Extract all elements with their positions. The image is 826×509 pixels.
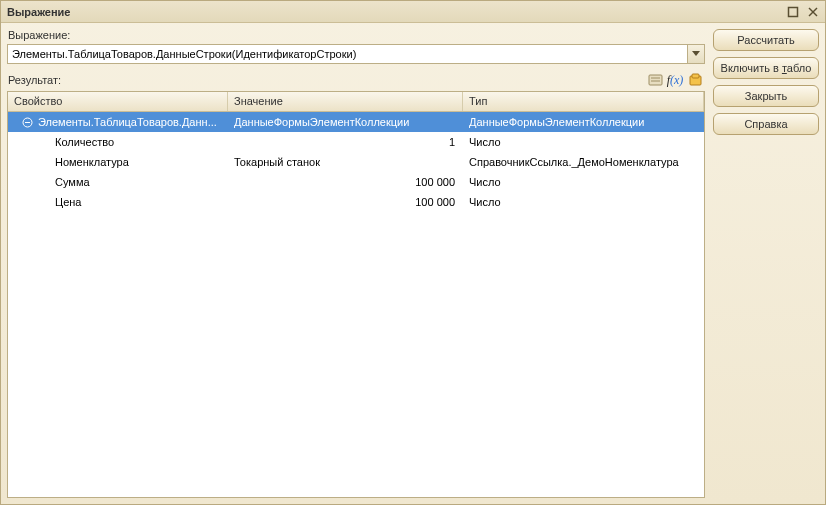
col-header-property[interactable]: Свойство <box>8 92 228 111</box>
table-row[interactable]: Элементы.ТаблицаТоваров.Данн...ДанныеФор… <box>8 112 704 132</box>
table-row[interactable]: Сумма100 000Число <box>8 172 704 192</box>
result-label: Результат: <box>7 74 647 86</box>
type-cell: Число <box>463 196 704 208</box>
grid-header: Свойство Значение Тип <box>8 92 704 112</box>
close-icon[interactable] <box>805 5 821 19</box>
calculate-button[interactable]: Рассчитать <box>713 29 819 51</box>
fx-icon[interactable]: f(x) <box>667 72 683 88</box>
window-title: Выражение <box>7 6 781 18</box>
titlebar: Выражение <box>1 1 825 23</box>
result-grid: Свойство Значение Тип Элементы.ТаблицаТо… <box>7 91 705 498</box>
property-cell: Элементы.ТаблицаТоваров.Данн... <box>38 116 217 128</box>
value-cell: 100 000 <box>228 196 463 208</box>
expression-dropdown-button[interactable] <box>688 44 705 64</box>
value-cell: Токарный станок <box>228 156 463 168</box>
help-button[interactable]: Справка <box>713 113 819 135</box>
col-header-value[interactable]: Значение <box>228 92 463 111</box>
type-cell: Число <box>463 176 704 188</box>
grid-body[interactable]: Элементы.ТаблицаТоваров.Данн...ДанныеФор… <box>8 112 704 497</box>
property-cell: Цена <box>55 196 81 208</box>
property-cell: Количество <box>55 136 114 148</box>
include-in-table-button[interactable]: Включить в табло <box>713 57 819 79</box>
type-cell: ДанныеФормыЭлементКоллекции <box>463 116 704 128</box>
expression-input[interactable]: Элементы.ТаблицаТоваров.ДанныеСтроки(Иде… <box>7 44 688 64</box>
svg-rect-4 <box>649 75 662 85</box>
expression-label: Выражение: <box>7 29 705 41</box>
value-cell: ДанныеФормыЭлементКоллекции <box>228 116 463 128</box>
svg-marker-3 <box>692 51 700 56</box>
maximize-icon[interactable] <box>785 5 801 19</box>
svg-rect-0 <box>789 7 798 16</box>
type-cell: СправочникСсылка._ДемоНоменклатура <box>463 156 704 168</box>
table-row[interactable]: НоменклатураТокарный станокСправочникСсы… <box>8 152 704 172</box>
collapse-icon[interactable] <box>22 117 33 128</box>
type-cell: Число <box>463 136 704 148</box>
col-header-type[interactable]: Тип <box>463 92 704 111</box>
table-row[interactable]: Цена100 000Число <box>8 192 704 212</box>
value-cell: 1 <box>228 136 463 148</box>
output-icon[interactable] <box>687 72 703 88</box>
property-cell: Номенклатура <box>55 156 129 168</box>
show-in-list-icon[interactable] <box>647 72 663 88</box>
svg-rect-8 <box>692 74 699 78</box>
property-cell: Сумма <box>55 176 90 188</box>
table-row[interactable]: Количество1Число <box>8 132 704 152</box>
value-cell: 100 000 <box>228 176 463 188</box>
close-button[interactable]: Закрыть <box>713 85 819 107</box>
expression-window: Выражение Выражение: Элементы.ТаблицаТов… <box>0 0 826 505</box>
